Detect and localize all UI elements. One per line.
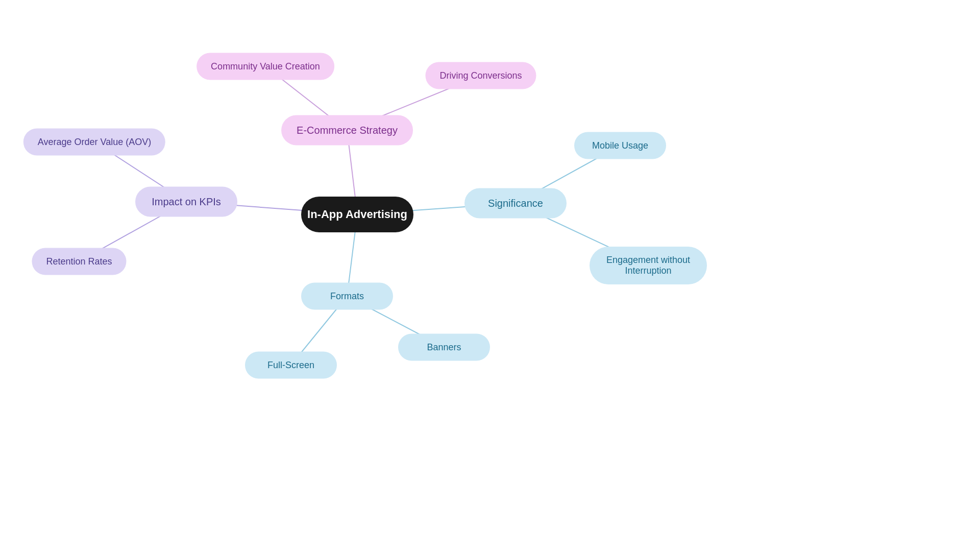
node-formats[interactable]: Formats	[301, 283, 393, 310]
node-impact-on-kpis[interactable]: Impact on KPIs	[135, 187, 237, 217]
node-average-order-value[interactable]: Average Order Value (AOV)	[23, 129, 165, 156]
node-center[interactable]: In-App Advertising	[301, 197, 413, 232]
node-mobile-usage[interactable]: Mobile Usage	[574, 132, 666, 159]
node-engagement-without-interruption[interactable]: Engagement without Interruption	[590, 247, 707, 284]
node-significance[interactable]: Significance	[464, 188, 567, 219]
node-full-screen[interactable]: Full-Screen	[245, 352, 337, 379]
node-driving-conversions[interactable]: Driving Conversions	[425, 62, 536, 89]
node-community-value[interactable]: Community Value Creation	[197, 53, 334, 80]
node-retention-rates[interactable]: Retention Rates	[32, 248, 126, 275]
node-ecommerce-strategy[interactable]: E-Commerce Strategy	[281, 115, 413, 146]
node-banners[interactable]: Banners	[398, 334, 490, 361]
mindmap-container: In-App Advertising E-Commerce Strategy C…	[0, 0, 980, 553]
